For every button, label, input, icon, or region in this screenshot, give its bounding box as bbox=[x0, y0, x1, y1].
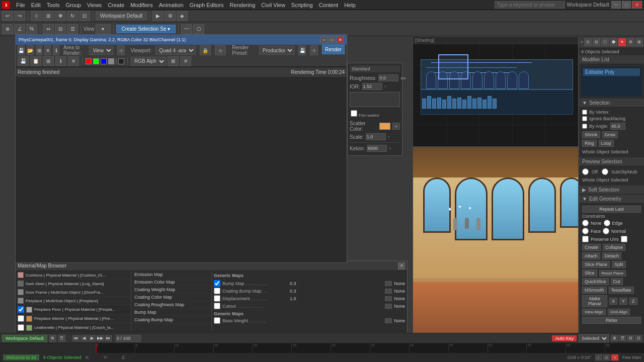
layer-btn[interactable]: ☰ bbox=[67, 24, 78, 34]
rp-settings-icon[interactable]: ⚙ bbox=[627, 38, 634, 46]
mat-item-darksteel[interactable]: Dark Steel ( Physical Material ) [Log_St… bbox=[16, 280, 131, 288]
shrink-btn[interactable]: Shrink bbox=[582, 131, 600, 138]
cut-btn[interactable]: Cut bbox=[611, 278, 623, 285]
end-btn[interactable]: ⏭ bbox=[105, 335, 112, 341]
frame-nav-1[interactable]: ⊞ bbox=[611, 335, 618, 341]
vp-lock-btn[interactable]: 🔒 bbox=[200, 45, 211, 55]
ignore-backfacing-check[interactable] bbox=[582, 116, 587, 121]
roughness-input[interactable] bbox=[378, 74, 398, 81]
map-emission[interactable]: Emission Map bbox=[131, 271, 211, 279]
ri-info-btn[interactable]: ℹ bbox=[55, 56, 66, 66]
main-menu[interactable]: File Edit Tools Group Views Create Modif… bbox=[13, 1, 359, 9]
percent-snap-btn[interactable]: % bbox=[26, 24, 37, 34]
modifier-list-section[interactable]: Modifier List bbox=[579, 55, 644, 64]
rs-delete-btn[interactable]: ✕ bbox=[44, 45, 51, 55]
gridalign-btn[interactable]: Grid Align bbox=[608, 309, 630, 315]
transform-btn2[interactable]: ⊞ bbox=[603, 354, 610, 360]
render-window-controls[interactable]: ─ □ ✕ bbox=[320, 36, 344, 43]
coating-bump-check[interactable] bbox=[214, 288, 220, 294]
create-btn[interactable]: Create bbox=[582, 244, 601, 251]
mirror-btn[interactable]: ⇔ bbox=[43, 24, 54, 34]
menu-tools[interactable]: Tools bbox=[44, 1, 63, 9]
rs-clone-btn[interactable]: ⊞ bbox=[36, 45, 42, 55]
channel-select[interactable]: RGB Alpha bbox=[131, 57, 166, 66]
tessellate-btn[interactable]: Tessellate bbox=[609, 287, 634, 294]
menu-views[interactable]: Views bbox=[84, 1, 105, 9]
z-btn[interactable]: Z bbox=[629, 298, 637, 305]
mat-check-5[interactable] bbox=[18, 306, 24, 313]
create-selection-set-btn[interactable]: Create Selection Se ▾ bbox=[116, 25, 176, 33]
kelvin-input[interactable] bbox=[367, 145, 387, 152]
render-minimize-btn[interactable]: ─ bbox=[320, 36, 328, 43]
edit-geometry-header[interactable]: ▼ Edit Geometry bbox=[579, 195, 644, 204]
map-coating-color[interactable]: Coating Color Map bbox=[131, 294, 211, 301]
quickslice-btn[interactable]: QuickSlice bbox=[582, 278, 609, 285]
mat-item-fireplace[interactable]: Fireplace ( Multi/Sub-Object ) [Fireplac… bbox=[16, 297, 131, 305]
ri-copy-btn[interactable]: 📋 bbox=[30, 56, 41, 66]
resetplane-btn[interactable]: Reset Plane bbox=[599, 270, 626, 277]
cutout-check[interactable] bbox=[214, 303, 220, 309]
render-setup-btn[interactable]: ⚙ bbox=[165, 11, 176, 21]
by-angle-check[interactable] bbox=[582, 124, 587, 129]
move-btn[interactable]: ✥ bbox=[55, 11, 66, 21]
rotate-btn[interactable]: ↻ bbox=[67, 11, 78, 21]
color-b-btn[interactable] bbox=[101, 58, 107, 64]
timeline-scrubber[interactable]: 0 5 10 15 20 25 30 35 40 45 50 55 60 65 bbox=[96, 343, 644, 353]
color-black-btn[interactable] bbox=[118, 58, 124, 64]
scatter-pick-btn[interactable]: ⊹ bbox=[392, 123, 400, 130]
align-btn[interactable]: ⊟ bbox=[55, 24, 66, 34]
curve-editor-btn[interactable]: 〰 bbox=[181, 24, 192, 34]
map-coating-roughness[interactable]: Coating Roughness Map bbox=[131, 301, 211, 309]
preset-pick-btn[interactable]: ⊹ bbox=[310, 45, 318, 55]
cutout-arrow[interactable] bbox=[385, 304, 392, 309]
frame-nav-3[interactable]: ⊟ bbox=[627, 335, 634, 341]
by-vertex-check[interactable] bbox=[582, 110, 587, 115]
map-coating-weight[interactable]: Coating Weight Map bbox=[131, 286, 211, 294]
select-btn[interactable]: ⊹ bbox=[31, 11, 42, 21]
map-bump[interactable]: Bump Map bbox=[131, 309, 211, 316]
normal-radio[interactable] bbox=[603, 228, 609, 234]
menu-scripting[interactable]: Scripting bbox=[288, 1, 316, 9]
frame-input[interactable] bbox=[116, 335, 141, 342]
grow-btn[interactable]: Grow bbox=[602, 131, 618, 138]
rs-info-btn[interactable]: ℹ bbox=[53, 45, 59, 55]
prev-frame-btn[interactable]: ◀ bbox=[80, 335, 88, 341]
addkey-btn[interactable]: + bbox=[611, 354, 618, 360]
menu-graph-editors[interactable]: Graph Editors bbox=[187, 1, 227, 9]
viewport-select[interactable]: Quad 4 -ara001 bbox=[155, 46, 196, 55]
menu-rendering[interactable]: Rendering bbox=[227, 1, 259, 9]
menu-create[interactable]: Create bbox=[105, 1, 127, 9]
material-editor-btn[interactable]: ◈ bbox=[177, 11, 188, 21]
editable-poly-item[interactable]: Editable Poly bbox=[583, 68, 640, 76]
makeplanar-btn[interactable]: Make Planar bbox=[582, 295, 607, 307]
mat-item-cushions[interactable]: Cushions ( Physical Material ) [Cushion_… bbox=[16, 271, 131, 280]
none-radio[interactable] bbox=[582, 220, 589, 226]
menu-content[interactable]: Content bbox=[316, 1, 342, 9]
slice-btn[interactable]: Slice bbox=[582, 269, 597, 277]
split-btn[interactable]: Split bbox=[612, 261, 626, 268]
menu-file[interactable]: File bbox=[13, 1, 28, 9]
menu-edit[interactable]: Edit bbox=[28, 1, 44, 9]
off-radio[interactable] bbox=[582, 168, 589, 175]
render-maximize-btn[interactable]: □ bbox=[329, 36, 336, 43]
snaps-btn[interactable]: ⊕ bbox=[2, 24, 13, 34]
preserve-uvs-check2[interactable] bbox=[621, 236, 627, 242]
soft-selection-header[interactable]: ▶ Soft Selection bbox=[579, 186, 644, 195]
preset-select[interactable]: Production bbox=[259, 46, 294, 55]
map-coating-bump[interactable]: Coating Bump Map bbox=[131, 316, 211, 324]
menu-animation[interactable]: Animation bbox=[156, 1, 187, 9]
render-scene-btn[interactable]: ▶ bbox=[152, 11, 164, 21]
mat-item-leatherette[interactable]: Leatherette ( Physical Material ) [Couch… bbox=[16, 323, 131, 331]
loop-btn[interactable]: Loop bbox=[599, 140, 614, 147]
scale-btn[interactable]: ⊡ bbox=[79, 11, 90, 21]
area-pick-btn[interactable]: ⊹ bbox=[117, 45, 124, 55]
color-mono-btn[interactable] bbox=[108, 58, 114, 64]
submulti-radio[interactable] bbox=[602, 168, 608, 175]
ring-btn[interactable]: Ring bbox=[582, 140, 597, 147]
view-dropdown[interactable]: ▾ bbox=[96, 24, 111, 34]
selection-section-header[interactable]: ▼ Selection bbox=[579, 99, 644, 108]
rp-add-btn[interactable]: + bbox=[580, 40, 583, 44]
map-emission-color[interactable]: Emission Color Map bbox=[131, 279, 211, 286]
search-input[interactable] bbox=[495, 1, 565, 9]
mat-item-fireplaceint[interactable]: Fireplace Interior ( Physical Material )… bbox=[16, 314, 131, 323]
